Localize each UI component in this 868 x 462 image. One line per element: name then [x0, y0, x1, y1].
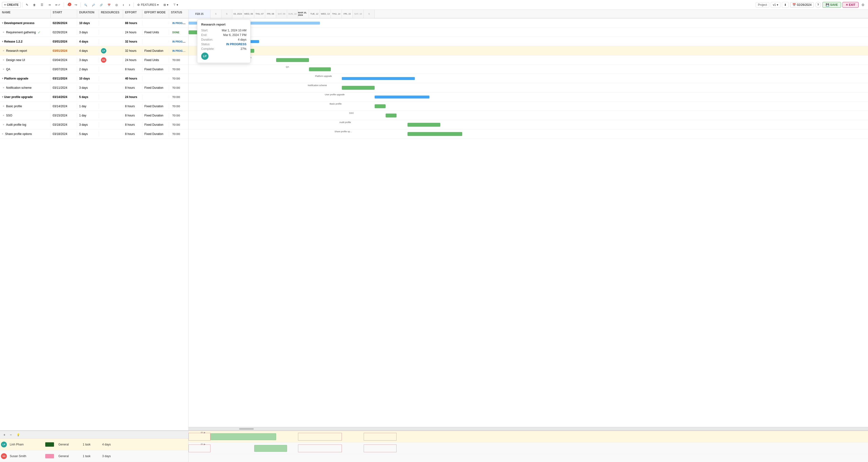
expand-icon[interactable]: ▾	[2, 77, 3, 80]
target-button[interactable]	[113, 2, 120, 7]
cell-start: 03/04/2024	[51, 57, 77, 63]
cell-name: ▾ Development process	[0, 21, 51, 26]
undo-button[interactable]: 4	[65, 2, 72, 7]
find-button[interactable]	[82, 2, 89, 7]
add-resource-button[interactable]: +	[2, 432, 7, 437]
tooltip-complete-row: Complete: 27%	[201, 47, 246, 51]
features-button[interactable]: FEATURES	[135, 2, 161, 7]
day-wed06: WED, 06	[243, 10, 254, 18]
day-thu07: THU, 07	[254, 10, 265, 18]
filter-button[interactable]	[171, 2, 180, 7]
tooltip-status-value: IN PROGRESS	[226, 42, 246, 46]
date-picker[interactable]: 📅 02/26/2024	[790, 2, 814, 7]
cell-start: 03/18/2024	[51, 131, 77, 137]
save-icon: 💾	[826, 3, 830, 6]
cell-name: Design new UI	[0, 57, 51, 63]
resource-days-lp: 4 days	[100, 443, 120, 446]
col-header-start: START	[51, 10, 77, 18]
table-row[interactable]: ▾ User profile upgrade 03/14/2024 5 days…	[0, 92, 188, 102]
table-row[interactable]: QA 03/07/2024 2 days 8 hours Fixed Durat…	[0, 65, 188, 74]
next-button[interactable]	[127, 2, 132, 8]
table-row[interactable]: Research report 03/01/2024 4 days LP 32 …	[0, 46, 188, 56]
delete-button[interactable]	[31, 2, 38, 7]
table-row[interactable]: Share profile options 03/18/2024 5 days …	[0, 129, 188, 139]
cell-name: QA	[0, 67, 51, 72]
indent-button[interactable]	[39, 2, 45, 7]
cell-effortmode: Fixed Duration	[142, 131, 169, 137]
create-button[interactable]: CREATE	[2, 2, 21, 8]
gantt-label-userprofile: User profile upgrade	[325, 93, 345, 96]
tooltip-end-row: End: Mar 6, 2024 7 PM	[201, 33, 246, 37]
help-button[interactable]: ?	[815, 2, 821, 8]
resource-row-ss[interactable]: SS Susan Smith General 1 task 3 days	[0, 450, 188, 462]
cell-effortmode	[142, 96, 169, 98]
cell-status: TO DO	[169, 94, 188, 100]
v1-button[interactable]: v1 ▾	[771, 2, 780, 8]
tooltip-duration-row: Duration: 4 days	[201, 38, 246, 41]
table-row[interactable]: SSO 03/15/2024 1 day 8 hours Fixed Durat…	[0, 111, 188, 120]
zoom-out-button[interactable]	[90, 2, 97, 7]
cell-effort: 24 hours	[123, 57, 142, 63]
table-row[interactable]: Notification scheme 03/11/2024 3 days 8 …	[0, 83, 188, 92]
resource-row-lp[interactable]: LP Linh Pham General 1 task 4 days	[0, 439, 188, 450]
restore-button[interactable]: ⤶	[54, 2, 62, 7]
scrollbar-thumb[interactable]	[239, 428, 254, 430]
gantt-date-header: FEB 25 S S 03, 2024 WED, 06 THU, 07 FRI,…	[189, 10, 868, 19]
save-button[interactable]: 💾 SAVE	[823, 2, 841, 8]
task-tooltip: Research report Start: Mar 1, 2024 10 AM…	[197, 20, 251, 63]
expand-icon[interactable]: ▾	[2, 22, 3, 24]
cell-status: TO DO	[169, 104, 188, 109]
day-thu14: THU, 14	[331, 10, 342, 18]
cell-effort: 32 hours	[123, 39, 142, 44]
cell-status: TO DO	[169, 122, 188, 127]
table-row[interactable]: Basic profile 03/14/2024 1 day 8 hours F…	[0, 102, 188, 111]
gantt-row-6: QA	[189, 65, 868, 74]
outdent-button[interactable]	[46, 2, 53, 7]
cell-start: 03/01/2024	[51, 48, 77, 54]
exit-button[interactable]: ✕ EXIT	[842, 2, 859, 8]
view-button[interactable]	[161, 2, 170, 7]
expand-icon[interactable]: ▾	[2, 96, 3, 98]
cell-effort: 8 hours	[123, 85, 142, 91]
link-icon	[100, 3, 103, 6]
cell-resources	[99, 87, 123, 89]
remove-resource-button[interactable]: −	[8, 432, 13, 437]
gantt-scrollbar[interactable]	[189, 427, 868, 430]
table-row[interactable]: Design new UI 03/04/2024 3 days SS 24 ho…	[0, 56, 188, 65]
settings-button[interactable]: ⚙	[860, 2, 866, 8]
day-sun: S	[221, 10, 232, 18]
table-row[interactable]: ▾ Platform upgrade 03/11/2024 10 days 40…	[0, 74, 188, 83]
row-name: Share profile options	[5, 132, 32, 136]
cell-duration: 10 days	[77, 21, 99, 26]
cell-effortmode: Fixed Units	[142, 30, 169, 35]
export-button[interactable]: ⬇	[782, 2, 789, 8]
cell-status: IN PROGRESS	[169, 21, 188, 26]
status-badge: IN PROGRESS	[171, 22, 188, 25]
edit-button[interactable]	[24, 2, 30, 7]
avatar-ss: SS	[1, 453, 7, 459]
table-row[interactable]: Requirement gathering ✓ 02/26/2024 3 day…	[0, 28, 188, 37]
table-row[interactable]: ▾ Development process 02/26/2024 10 days…	[0, 19, 188, 28]
resource-tasks-ss: 1 task	[81, 455, 100, 458]
ss-empty-before	[189, 444, 211, 452]
calendar-button[interactable]	[105, 2, 113, 7]
cell-duration: 3 days	[77, 85, 99, 91]
cell-name: Requirement gathering ✓	[0, 29, 51, 35]
trash-icon	[33, 3, 36, 6]
table-row[interactable]: Audit profile log 03/18/2024 3 days 8 ho…	[0, 120, 188, 129]
prev-button[interactable]	[121, 2, 126, 8]
cell-effort: 88 hours	[123, 21, 142, 26]
avatar-col-ss: SS	[0, 453, 8, 459]
status-badge: TO DO	[171, 105, 182, 108]
table-row[interactable]: ▾ Release 1.2.2 03/01/2024 4 days 32 hou…	[0, 37, 188, 46]
table-body: ▾ Development process 02/26/2024 10 days…	[0, 19, 188, 430]
cell-start: 03/01/2024	[51, 39, 77, 44]
gantt-row-5: Design new UI	[189, 56, 868, 65]
resource-settings-button[interactable]	[14, 432, 22, 437]
expand-icon[interactable]: ▾	[2, 40, 3, 43]
cell-status: TO DO	[169, 85, 188, 91]
link-button[interactable]	[98, 2, 104, 7]
bottom-panel: + − LP Linh Pham General 1 task 4 days	[0, 430, 868, 462]
row-name: User profile upgrade	[4, 95, 33, 99]
redo-button[interactable]	[73, 2, 79, 7]
